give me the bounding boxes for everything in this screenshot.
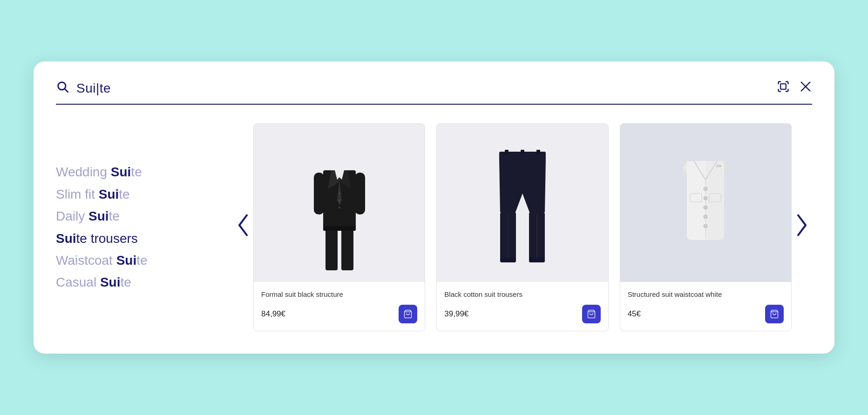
scan-icon[interactable] (777, 80, 790, 96)
product-info-1: Formal suit black structure 84,99€ (254, 282, 425, 331)
product-price-3: 45€ (628, 309, 641, 319)
product-footer-1: 84,99€ (261, 305, 417, 323)
add-to-cart-button-3[interactable] (765, 305, 784, 323)
search-input[interactable] (76, 81, 769, 96)
add-to-cart-button-2[interactable] (582, 305, 601, 323)
search-actions (777, 80, 812, 96)
search-icon (56, 80, 69, 96)
carousel-next-button[interactable] (792, 214, 812, 241)
product-image-waistcoat: ZW (620, 124, 791, 282)
product-price-1: 84,99€ (261, 309, 285, 319)
search-bar (56, 80, 812, 105)
product-footer-2: 39,99€ (444, 305, 600, 323)
product-name-1: Formal suit black structure (261, 289, 417, 299)
svg-point-16 (339, 200, 340, 201)
svg-rect-13 (341, 228, 353, 270)
carousel-prev-button[interactable] (233, 214, 253, 241)
svg-rect-21 (521, 150, 524, 155)
search-modal: Wedding Suite Slim fit Suite Daily Suite… (34, 61, 834, 354)
product-image-formal-suit (254, 124, 425, 282)
product-footer-3: 45€ (628, 305, 784, 323)
product-card-3: ZW Structured suit waistcoat white 45€ (620, 123, 792, 331)
product-image-trousers (437, 124, 608, 282)
main-content: Wedding Suite Slim fit Suite Daily Suite… (56, 123, 812, 331)
product-price-2: 39,99€ (444, 309, 468, 319)
svg-rect-12 (326, 228, 338, 270)
product-info-3: Structured suit waistcoat white 45€ (620, 282, 791, 331)
suggestions-list: Wedding Suite Slim fit Suite Daily Suite… (56, 162, 214, 292)
svg-line-1 (65, 89, 68, 92)
suggestion-suite-trousers[interactable]: Suite trousers (56, 228, 214, 248)
svg-rect-14 (323, 226, 356, 231)
product-name-3: Structured suit waistcoat white (628, 289, 784, 299)
suggestion-waistcoat-suite[interactable]: Waistcoat Suite (56, 250, 214, 270)
svg-rect-2 (780, 84, 786, 89)
suggestion-daily-suite[interactable]: Daily Suite (56, 206, 214, 226)
products-grid: Formal suit black structure 84,99€ (253, 123, 792, 331)
svg-point-17 (339, 207, 340, 208)
svg-rect-20 (505, 150, 509, 155)
suggestion-slim-fit-suite[interactable]: Slim fit Suite (56, 184, 214, 204)
product-name-2: Black cotton suit trousers (444, 289, 600, 299)
svg-rect-22 (536, 150, 540, 155)
product-carousel: Formal suit black structure 84,99€ (233, 123, 812, 331)
svg-point-15 (339, 193, 340, 194)
product-card-2: Black cotton suit trousers 39,99€ (436, 123, 608, 331)
svg-rect-11 (355, 173, 365, 214)
svg-rect-28 (529, 258, 545, 262)
svg-text:ZW: ZW (716, 164, 721, 167)
svg-rect-27 (500, 258, 516, 262)
close-icon[interactable] (799, 80, 812, 96)
product-info-2: Black cotton suit trousers 39,99€ (437, 282, 608, 331)
suggestion-casual-suite[interactable]: Casual Suite (56, 272, 214, 292)
add-to-cart-button-1[interactable] (399, 305, 417, 323)
suggestion-wedding-suite[interactable]: Wedding Suite (56, 162, 214, 182)
svg-rect-10 (314, 173, 324, 214)
product-card-1: Formal suit black structure 84,99€ (253, 123, 425, 331)
